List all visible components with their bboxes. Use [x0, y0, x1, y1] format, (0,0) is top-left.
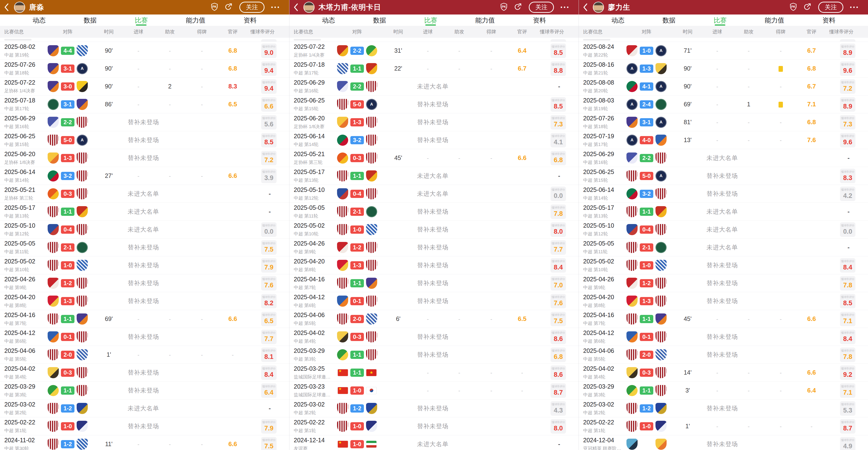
match-row[interactable]: 2025-07-19中超 第17轮A4-013'---7.6懂球帝评分9.6 [579, 131, 868, 149]
match-row[interactable]: 2025-05-10中超 第12轮0-4未进大名单懂球帝评分0.0 [289, 185, 579, 203]
tab-matches[interactable]: 比赛 [713, 14, 726, 26]
share-icon[interactable] [804, 3, 811, 12]
match-row[interactable]: 2025-05-10中超 第12轮0-4未进大名单懂球帝评分0.0 [579, 221, 868, 238]
tab-dynamics[interactable]: 动态 [33, 14, 46, 26]
match-row[interactable]: 2025-03-02中超 第2轮1-2未进大名单- [0, 399, 289, 417]
follow-button[interactable]: 关注 [818, 2, 843, 13]
match-row[interactable]: 2025-07-18中超 第17轮3-186'---6.5懂球帝评分6.6 [0, 95, 289, 114]
match-row[interactable]: 2025-05-17中超 第13轮1-1未进大名单- [0, 203, 289, 221]
pk-badge-icon[interactable]: PK [211, 3, 218, 12]
rating-cell: 懂球帝评分6.8 [551, 348, 566, 362]
match-row[interactable]: 2025-03-29中超 第3轮1-1替补未登场懂球帝评分6.4 [0, 382, 289, 399]
match-row[interactable]: 2025-04-16中超 第7轮1-145'---6.6懂球帝评分7.1 [579, 310, 868, 328]
match-row[interactable]: 2025-04-20中超 第8轮1-3替补未登场懂球帝评分8.5 [579, 292, 868, 310]
match-row[interactable]: 2025-04-20中超 第8轮1-3替补未登场懂球帝评分8.4 [289, 256, 579, 274]
match-row[interactable]: 2025-04-06中超 第5轮2-01'----懂球帝评分8.1 [0, 346, 289, 364]
match-row[interactable]: 2025-05-21足协杯 第三轮0-3未进大名单- [0, 185, 289, 203]
tab-dynamics[interactable]: 动态 [612, 14, 624, 26]
follow-button[interactable]: 关注 [529, 2, 554, 13]
match-row[interactable]: 2025-06-25中超 第15轮5-0A替补未登场懂球帝评分8.5 [289, 95, 579, 114]
share-icon[interactable] [514, 3, 522, 12]
follow-button[interactable]: 关注 [239, 2, 265, 13]
back-button[interactable] [293, 2, 300, 12]
tab-ability[interactable]: 能力值 [475, 14, 495, 26]
match-row[interactable]: 2025-07-26中超 第18轮3-1A81'---6.8懂球帝评分7.3 [579, 114, 868, 131]
share-icon[interactable] [225, 3, 232, 12]
back-button[interactable] [583, 2, 589, 12]
tab-data[interactable]: 数据 [373, 14, 386, 26]
match-row[interactable]: 2025-06-25中超 第15轮5-0A替补未登场懂球帝评分8.5 [0, 131, 289, 149]
match-row[interactable]: 2025-05-05中超 第11轮2-1未进大名单- [579, 238, 868, 256]
match-row[interactable]: 2025-06-25中超 第15轮5-0A替补未登场懂球帝评分8.3 [579, 167, 868, 185]
match-row[interactable]: 2025-06-14中超 第14轮3-2替补未登场懂球帝评分4.1 [289, 131, 579, 149]
match-row[interactable]: 2025-05-02中超 第10轮1-0替补未登场懂球帝评分7.9 [0, 256, 289, 274]
match-row[interactable]: 2025-05-05中超 第11轮2-1替补未登场懂球帝评分7.5 [0, 238, 289, 256]
tab-data[interactable]: 数据 [84, 14, 97, 26]
more-options-button[interactable] [271, 6, 279, 8]
match-row[interactable]: 2025-07-18中超 第17轮1-122'---6.7懂球帝评分8.8 [289, 60, 579, 77]
match-row[interactable]: 2025-05-05中超 第11轮2-1替补未登场懂球帝评分7.8 [289, 203, 579, 221]
match-row[interactable]: 2025-08-02中超 第19轮4-490'---6.8懂球帝评分9.0 [0, 42, 289, 60]
match-row[interactable]: 2025-04-16中超 第7轮1-1替补未登场懂球帝评分7.0 [289, 274, 579, 292]
tab-matches[interactable]: 比赛 [135, 14, 148, 26]
match-row[interactable]: 2025-04-26中超 第9轮1-2替补未登场懂球帝评分7.7 [289, 238, 579, 256]
match-row[interactable]: 2025-06-20足协杯 1/8决赛1-3替补未登场懂球帝评分7.3 [289, 114, 579, 131]
match-row[interactable]: 2025-07-22足协杯 1/4决赛3-090'-2-8.3懂球帝评分9.4 [0, 77, 289, 95]
match-row[interactable]: 2025-06-14中超 第14轮3-227'---6.6懂球帝评分3.9 [0, 167, 289, 185]
match-row[interactable]: 2025-04-02中超 第4轮0-3替补未登场懂球帝评分8.6 [289, 328, 579, 346]
match-row[interactable]: 2025-08-03中超 第19轮A2-469'-17.1懂球帝评分8.9 [579, 95, 868, 114]
match-row[interactable]: 2025-03-02中超 第2轮1-2替补未登场懂球帝评分4.3 [289, 399, 579, 417]
tab-ability[interactable]: 能力值 [186, 14, 206, 26]
match-row[interactable]: 2025-04-02中超 第4轮0-314'---6.6懂球帝评分9.2 [579, 364, 868, 382]
more-options-button[interactable] [850, 6, 858, 8]
match-row[interactable]: 2025-06-29中超 第16轮2-2替补未登场懂球帝评分5.6 [0, 114, 289, 131]
match-row[interactable]: 2025-03-23盐城国际足球邀…★1-0----懂球帝评分8.7 [289, 382, 579, 399]
pk-badge-icon[interactable]: PK [790, 3, 797, 12]
match-row[interactable]: 2025-03-29中超 第3轮1-13'---6.4懂球帝评分7.1 [579, 382, 868, 399]
match-row[interactable]: 2025-07-26中超 第18轮3-1A90'---6.8懂球帝评分9.4 [0, 60, 289, 77]
tab-ability[interactable]: 能力值 [765, 14, 784, 26]
match-row[interactable]: 2025-02-22中超 第1轮1-0替补未登场懂球帝评分8.0 [289, 417, 579, 435]
back-button[interactable] [4, 2, 10, 12]
match-row[interactable]: 2025-08-08中超 第20轮4-1A90'---6.7懂球帝评分7.2 [579, 77, 868, 95]
match-row[interactable]: 2025-04-12中超 第6轮0-1替补未登场懂球帝评分8.4 [579, 328, 868, 346]
match-row[interactable]: 2025-05-10中超 第12轮0-4未进大名单懂球帝评分0.0 [0, 221, 289, 238]
match-row[interactable]: 2025-04-20中超 第8轮1-3替补未登场懂球帝评分8.2 [0, 292, 289, 310]
match-row[interactable]: 2025-05-17中超 第13轮1-1未进大名单- [579, 203, 868, 221]
tab-dynamics[interactable]: 动态 [322, 14, 335, 26]
match-row[interactable]: 2025-04-06中超 第5轮2-06'---6.5懂球帝评分7.5 [289, 310, 579, 328]
pk-badge-icon[interactable]: PK [500, 3, 507, 12]
match-row[interactable]: 2025-08-16中超 第21轮A1-390'--6.8懂球帝评分9.6 [579, 60, 868, 77]
tab-profile[interactable]: 资料 [822, 14, 835, 26]
match-row[interactable]: 2025-02-22中超 第1轮1-0替补未登场懂球帝评分7.9 [0, 417, 289, 435]
match-row[interactable]: 2025-02-22中超 第1轮1-01'----懂球帝评分8.7 [579, 417, 868, 435]
tab-data[interactable]: 数据 [662, 14, 676, 26]
match-row[interactable]: 2025-06-29中超 第16轮2-2未进大名单- [289, 77, 579, 95]
tab-matches[interactable]: 比赛 [424, 14, 437, 26]
match-row[interactable]: 2025-05-02中超 第10轮1-0替补未登场懂球帝评分8.4 [579, 256, 868, 274]
match-row[interactable]: 2024-11-02中超 第30轮1-211'---6.6懂球帝评分7.5 [0, 435, 289, 450]
match-row[interactable]: 2025-04-26中超 第9轮1-2替补未登场懂球帝评分7.6 [0, 274, 289, 292]
more-options-button[interactable] [561, 6, 568, 8]
match-row[interactable]: 2025-06-20足协杯 1/8决赛1-3替补未登场懂球帝评分7.2 [0, 149, 289, 167]
tab-profile[interactable]: 资料 [244, 14, 256, 26]
match-row[interactable]: 2025-07-22足协杯 1/4决赛2-231'---6.4懂球帝评分8.5 [289, 42, 579, 60]
match-row[interactable]: 2025-03-29中超 第3轮1-1替补未登场懂球帝评分6.8 [289, 346, 579, 364]
match-row[interactable]: 2025-06-14中超 第14轮3-2替补未登场懂球帝评分4.2 [579, 185, 868, 203]
match-row[interactable]: 2025-04-26中超 第9轮1-2替补未登场懂球帝评分7.8 [579, 274, 868, 292]
match-row[interactable]: 2025-03-25盐城国际足球邀…★1-1★----懂球帝评分8.6 [289, 364, 579, 382]
match-row[interactable]: 2025-05-02中超 第10轮1-0替补未登场懂球帝评分8.0 [289, 221, 579, 238]
match-row[interactable]: 2024-12-04亚冠精英 联赛阶…0-0替补未登场懂球帝评分4.9 [579, 435, 868, 450]
match-row[interactable]: 2025-04-12中超 第6轮0-1替补未登场懂球帝评分7.6 [289, 292, 579, 310]
match-row[interactable]: 2025-08-24中超 第22轮1-0A71'---6.7懂球帝评分8.9 [579, 42, 868, 60]
match-row[interactable]: 2025-04-02中超 第4轮0-3替补未登场懂球帝评分8.4 [0, 364, 289, 382]
tab-profile[interactable]: 资料 [533, 14, 546, 26]
match-row[interactable]: 2025-03-02中超 第2轮1-2替补未登场懂球帝评分5.3 [579, 399, 868, 417]
match-row[interactable]: 2025-04-16中超 第7轮1-169'---6.6懂球帝评分6.5 [0, 310, 289, 328]
match-row[interactable]: 2025-05-17中超 第13轮1-1未进大名单- [289, 167, 579, 185]
match-row[interactable]: 2025-06-29中超 第16轮2-2未进大名单- [579, 149, 868, 167]
match-row[interactable]: 2024-12-14友谊赛★1-0未进大名单- [289, 435, 579, 450]
match-row[interactable]: 2025-04-12中超 第6轮0-1替补未登场懂球帝评分7.7 [0, 328, 289, 346]
match-row[interactable]: 2025-04-06中超 第5轮2-0替补未登场懂球帝评分7.8 [579, 346, 868, 364]
match-row[interactable]: 2025-05-21足协杯 第三轮0-345'---6.6懂球帝评分6.8 [289, 149, 579, 167]
